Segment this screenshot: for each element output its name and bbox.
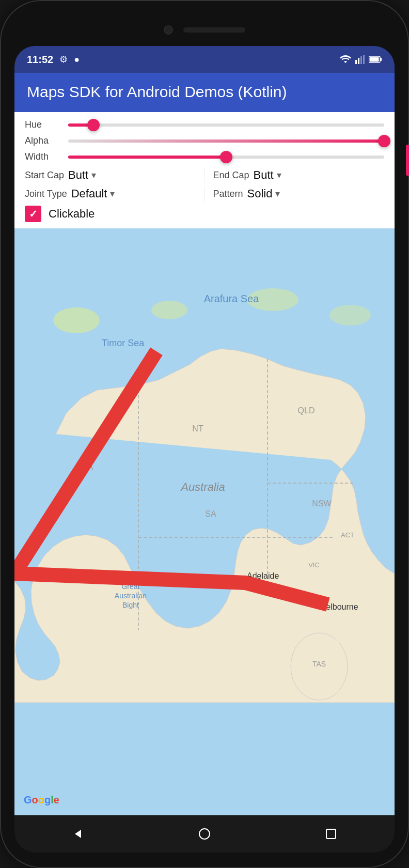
pattern-group: Pattern Solid ▾ [213, 187, 385, 200]
start-cap-select[interactable]: Butt ▾ [68, 168, 96, 182]
back-button[interactable] [67, 823, 89, 845]
start-cap-label: Start Cap [25, 170, 64, 181]
home-button[interactable] [193, 823, 216, 845]
hue-slider-row: Hue [25, 119, 384, 130]
svg-rect-37 [326, 829, 336, 839]
app-bar: Maps SDK for Android Demos (Kotlin) [14, 73, 395, 112]
battery-icon [369, 55, 382, 64]
recents-button[interactable] [320, 823, 342, 845]
hue-slider-track[interactable] [68, 123, 384, 127]
google-g-icon: G [24, 794, 32, 806]
google-o2-icon: o [38, 794, 44, 806]
start-cap-value: Butt [68, 168, 88, 182]
alpha-slider-track[interactable] [68, 140, 384, 143]
google-g2-icon: g [44, 794, 51, 806]
camera-dot [164, 25, 173, 35]
bottom-nav [14, 815, 395, 853]
svg-text:ACT: ACT [341, 531, 354, 539]
joint-type-arrow-icon: ▾ [110, 188, 115, 199]
joint-pattern-section: Joint Type Default ▾ Pattern Solid ▾ [25, 186, 384, 202]
width-thumb[interactable] [220, 151, 232, 163]
svg-marker-35 [75, 830, 81, 838]
svg-rect-2 [360, 56, 362, 64]
svg-rect-1 [358, 58, 359, 64]
controls-panel: Hue Alpha Width [14, 112, 395, 228]
start-cap-group: Start Cap Butt ▾ [25, 168, 196, 182]
width-label: Width [25, 151, 62, 162]
end-cap-group: End Cap Butt ▾ [213, 168, 385, 182]
clickable-label: Clickable [49, 207, 95, 221]
svg-text:Timor Sea: Timor Sea [102, 338, 145, 348]
svg-text:Australia: Australia [180, 481, 225, 493]
svg-text:Arafura Sea: Arafura Sea [204, 293, 260, 304]
joint-type-select[interactable]: Default ▾ [71, 187, 115, 200]
signal-icon [355, 55, 365, 64]
pattern-arrow-icon: ▾ [275, 188, 280, 199]
status-bar: 11:52 ⚙ ● [14, 46, 395, 73]
svg-text:NT: NT [192, 424, 203, 433]
hue-label: Hue [25, 119, 62, 130]
hue-thumb[interactable] [87, 119, 100, 131]
alpha-slider-row: Alpha [25, 135, 384, 146]
svg-rect-5 [370, 57, 379, 62]
svg-text:VIC: VIC [308, 561, 320, 569]
svg-point-10 [151, 301, 187, 319]
end-cap-arrow-icon: ▾ [277, 169, 281, 181]
cap-divider [204, 167, 205, 183]
google-o1-icon: o [32, 794, 38, 806]
map-svg: Arafura Sea Timor Sea Australia NT WA SA… [14, 228, 395, 815]
status-time: 11:52 [27, 54, 53, 66]
clickable-checkbox[interactable]: ✓ [25, 206, 41, 222]
svg-point-9 [53, 307, 100, 333]
map-container[interactable]: Arafura Sea Timor Sea Australia NT WA SA… [14, 228, 395, 815]
accent-side-bar [406, 145, 409, 176]
alpha-label: Alpha [25, 135, 62, 146]
width-fill [68, 156, 226, 159]
joint-type-label: Joint Type [25, 189, 67, 199]
home-icon [198, 828, 211, 840]
svg-rect-3 [363, 55, 365, 64]
width-slider-track[interactable] [68, 156, 384, 159]
phone-frame: 11:52 ⚙ ● [0, 0, 409, 868]
status-dot: ● [74, 54, 80, 65]
svg-rect-0 [355, 60, 357, 64]
end-cap-select[interactable]: Butt ▾ [254, 168, 281, 182]
app-title: Maps SDK for Android Demos (Kotlin) [27, 83, 382, 101]
joint-type-value: Default [71, 187, 107, 200]
google-logo: G o o g l e [24, 794, 59, 806]
pattern-value: Solid [247, 187, 273, 200]
end-cap-label: End Cap [213, 170, 249, 181]
alpha-fill [68, 140, 384, 143]
phone-screen: 11:52 ⚙ ● [14, 46, 395, 853]
svg-text:Bight: Bight [122, 601, 139, 609]
wifi-icon [340, 55, 351, 64]
start-cap-arrow-icon: ▾ [91, 169, 96, 181]
joint-pattern-divider [204, 186, 205, 202]
pattern-label: Pattern [213, 189, 243, 199]
gear-icon: ⚙ [59, 54, 68, 65]
svg-point-36 [199, 829, 210, 839]
status-right [340, 55, 382, 64]
joint-type-group: Joint Type Default ▾ [25, 187, 196, 200]
svg-text:TAS: TAS [312, 660, 326, 668]
status-left: 11:52 ⚙ ● [27, 54, 80, 66]
google-e-icon: e [54, 794, 59, 806]
back-icon [72, 828, 84, 840]
speaker-bar [183, 27, 245, 33]
pattern-select[interactable]: Solid ▾ [247, 187, 280, 200]
width-slider-row: Width [25, 151, 384, 162]
alpha-thumb[interactable] [378, 135, 390, 147]
svg-text:QLD: QLD [298, 406, 315, 415]
recents-icon [325, 828, 337, 840]
svg-rect-6 [380, 58, 382, 61]
end-cap-value: Butt [254, 168, 274, 182]
svg-text:Australian: Australian [115, 592, 147, 600]
camera-area [14, 16, 395, 44]
svg-text:SA: SA [205, 509, 216, 518]
svg-point-12 [329, 305, 371, 326]
clickable-row: ✓ Clickable [25, 206, 384, 222]
svg-text:NSW: NSW [312, 499, 332, 508]
cap-dropdown-section: Start Cap Butt ▾ End Cap Butt ▾ [25, 167, 384, 183]
